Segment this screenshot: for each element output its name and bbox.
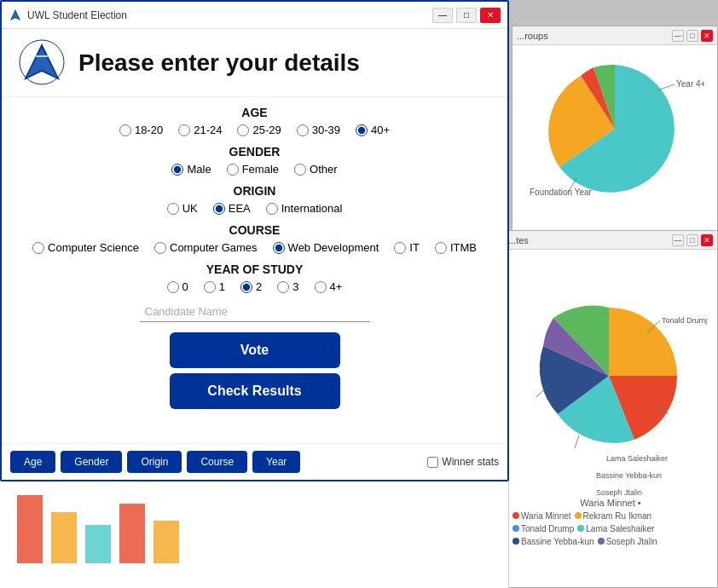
course-radio-itmb[interactable] [435,242,447,254]
winner-stats-container: Winner stats [427,456,499,468]
tab-year[interactable]: Year [252,451,300,473]
uwl-logo [19,39,66,86]
svg-rect-15 [119,504,145,563]
gender-radio-male[interactable] [171,164,183,176]
bg-win2-title: ...tes [508,235,529,245]
course-radio-group: Computer Science Computer Games Web Deve… [27,241,482,254]
bg-win2-close[interactable]: ✕ [701,234,713,246]
origin-radio-eea[interactable] [213,203,225,215]
svg-text:Lama Saleshaiker: Lama Saleshaiker [606,454,668,463]
tab-origin[interactable]: Origin [127,451,182,473]
app-header: Please enter your details [2,29,507,97]
course-option-itmb[interactable]: ITMB [435,241,477,254]
origin-label: ORIGIN [27,184,482,198]
vote-button[interactable]: Vote [170,332,340,368]
origin-option-international[interactable]: International [266,202,343,215]
course-option-cs[interactable]: Computer Science [32,241,139,254]
tab-gender[interactable]: Gender [61,451,122,473]
bottom-chart-area: Computer Science Web Development IT [0,477,509,588]
gender-section: GENDER Male Female Other [27,145,482,176]
svg-rect-16 [153,521,179,563]
course-section: COURSE Computer Science Computer Games W… [27,223,482,254]
gender-radio-female[interactable] [227,164,239,176]
year-radio-1[interactable] [204,281,216,293]
year-radio-2[interactable] [240,281,252,293]
course-label: COURSE [27,223,482,237]
svg-rect-14 [85,525,111,563]
year-option-4plus[interactable]: 4+ [315,280,343,293]
gender-option-male[interactable]: Male [171,163,211,176]
age-option-40plus[interactable]: 40+ [356,124,390,136]
svg-text:Bassine Yebba-kun: Bassine Yebba-kun [596,471,662,480]
age-option-18-20[interactable]: 18-20 [119,124,163,136]
bg-win2-maximize[interactable]: □ [686,234,698,246]
bg-win1-close[interactable]: ✕ [701,30,713,42]
minimize-button[interactable]: — [432,8,453,23]
age-option-21-24[interactable]: 21-24 [178,124,222,136]
svg-text:Soseph Jtalin: Soseph Jtalin [596,488,642,497]
bg-win1-title: ...roups [517,31,548,41]
origin-radio-uk[interactable] [167,203,179,215]
bg-win1-maximize[interactable]: □ [686,30,698,42]
bg-win2-minimize[interactable]: — [672,234,684,246]
age-radio-18-20[interactable] [119,124,131,136]
tab-bar: Age Gender Origin Course Year Winner sta… [2,443,507,480]
close-button[interactable]: ✕ [480,8,501,23]
tab-course[interactable]: Course [187,451,247,473]
gender-label: GENDER [27,145,482,159]
gender-radio-group: Male Female Other [27,163,482,176]
origin-option-eea[interactable]: EEA [213,202,251,215]
course-radio-wd[interactable] [273,242,285,254]
svg-line-8 [575,435,579,448]
age-radio-40plus[interactable] [356,124,368,136]
age-radio-30-39[interactable] [297,124,309,136]
origin-radio-international[interactable] [266,203,278,215]
maximize-button[interactable]: □ [456,8,477,23]
course-option-wd[interactable]: Web Development [273,241,379,254]
tab-age[interactable]: Age [10,451,55,473]
course-option-it[interactable]: IT [394,241,420,254]
year-radio-group: 0 1 2 3 4+ [27,280,482,293]
bottom-bar-chart [0,478,298,580]
year-option-0[interactable]: 0 [167,280,188,293]
year-option-1[interactable]: 1 [204,280,225,293]
bg-win1-minimize[interactable]: — [672,30,684,42]
app-icon [9,9,22,22]
year-label: YEAR OF STUDY [27,262,482,276]
svg-text:Foundation Year: Foundation Year [530,187,593,197]
course-radio-cg[interactable] [154,242,166,254]
age-option-30-39[interactable]: 30-39 [297,124,340,136]
candidate-name-input[interactable] [140,302,370,322]
bottom-legend: Computer Science Web Development IT [0,584,508,588]
age-option-25-29[interactable]: 25-29 [237,124,281,136]
year-radio-4plus[interactable] [315,281,327,293]
year-section: YEAR OF STUDY 0 1 2 3 [27,262,482,293]
year-option-2[interactable]: 2 [240,280,262,293]
gender-radio-other[interactable] [294,164,306,176]
svg-text:Year 4+: Year 4+ [676,79,704,89]
svg-line-0 [657,84,675,90]
background-window-1: ...roups — □ ✕ Year 4+ Foundation Year [512,26,718,237]
background-window-2: ...tes — □ ✕ Tonald Drump Lama Saleshaik… [503,230,718,588]
year-radio-0[interactable] [167,281,179,293]
gender-option-female[interactable]: Female [227,163,279,176]
year-radio-3[interactable] [277,281,289,293]
check-results-button[interactable]: Check Results [170,373,340,409]
winner-stats-checkbox[interactable] [427,457,438,468]
bg-win2-titlebar: ...tes — □ ✕ [504,231,717,250]
title-bar-text: UWL Student Election [27,9,127,21]
pie2-legend: Waria Minnet Rekram Ru Ikman Tonald Drum… [511,508,710,550]
svg-marker-18 [11,11,20,20]
year-option-3[interactable]: 3 [277,280,298,293]
course-radio-it[interactable] [394,242,406,254]
age-label: AGE [27,106,482,119]
age-radio-group: 18-20 21-24 25-29 30-39 40+ [27,124,482,136]
origin-option-uk[interactable]: UK [167,202,198,215]
svg-text:Tonald Drump: Tonald Drump [662,316,707,325]
course-option-cg[interactable]: Computer Games [154,241,258,254]
course-radio-cs[interactable] [32,242,44,254]
gender-option-other[interactable]: Other [294,163,338,176]
main-window: UWL Student Election — □ ✕ Please enter … [0,0,509,481]
age-radio-25-29[interactable] [237,124,249,136]
age-radio-21-24[interactable] [178,124,190,136]
